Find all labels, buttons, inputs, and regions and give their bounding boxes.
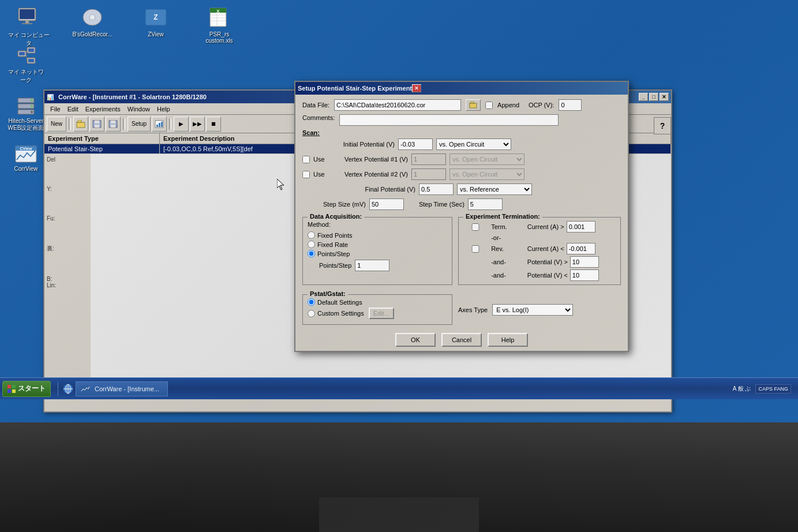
fixed-points-radio: Fixed Points: [308, 231, 447, 239]
svg-rect-45: [161, 122, 163, 127]
toolbar-arrow1[interactable]: ▶: [174, 117, 189, 132]
svg-rect-49: [12, 385, 16, 388]
final-potential-vs[interactable]: vs. Reference vs. Open Circuit: [457, 183, 532, 195]
toolbar-new[interactable]: New: [47, 117, 66, 132]
psr-rs-icon[interactable]: X PSR_rscustom.xls: [196, 6, 242, 44]
axes-type-row: Axes Type E vs. Log(I) E vs. I Log(I) vs…: [458, 292, 573, 327]
dialog-close-button[interactable]: ✕: [412, 84, 421, 92]
current-gt-input[interactable]: [567, 221, 595, 233]
current-lt-input[interactable]: [567, 243, 595, 254]
taskbar-corrware[interactable]: CorrWare - [Instrume...: [76, 381, 168, 396]
ocp-input[interactable]: [559, 99, 582, 111]
use-vertex1-checkbox[interactable]: [302, 156, 310, 163]
potential-lt-input[interactable]: [570, 269, 599, 281]
step-size-input[interactable]: [369, 198, 404, 210]
default-settings-radio: Default Settings: [308, 298, 447, 306]
minimize-button[interactable]: _: [639, 93, 648, 101]
toolbar-saveas[interactable]: +: [106, 117, 121, 132]
use-vertex2-checkbox[interactable]: [302, 171, 310, 178]
tray-text: A 般 ぶ: [733, 385, 751, 393]
toolbar-arrow3[interactable]: ⏹: [206, 117, 221, 132]
scan-section: Scan: Initial Potential (V) vs. Open Cir…: [302, 129, 621, 210]
setup-dialog-content: Data File: Append OCP (V): Comments: Sca…: [295, 95, 628, 351]
menu-experiments[interactable]: Experiments: [82, 104, 124, 114]
points-step-input[interactable]: [355, 260, 389, 271]
points-step-radio-input[interactable]: [308, 250, 315, 257]
my-computer-label: マイ コンピュータ: [6, 31, 52, 47]
step-time-input[interactable]: [468, 198, 503, 210]
b-lin-label: B:Lin:: [47, 276, 88, 289]
final-potential-input[interactable]: [419, 183, 454, 195]
svg-rect-51: [12, 389, 16, 393]
initial-potential-input[interactable]: [398, 138, 433, 150]
edit-button[interactable]: Edit...: [369, 308, 394, 319]
menu-file[interactable]: File: [47, 104, 64, 114]
vertex1-input[interactable]: [411, 153, 446, 165]
start-button[interactable]: スタート: [2, 381, 51, 397]
fixed-rate-radio-input[interactable]: [308, 241, 315, 248]
top-icon-row: マイ コンピュータ B'sGoldRecor... Z ZView: [6, 6, 792, 47]
ok-button[interactable]: OK: [395, 333, 436, 347]
zview-icon[interactable]: Z ZView: [133, 6, 179, 38]
zview-app-icon: Z: [142, 6, 170, 29]
append-label: Append: [497, 102, 519, 108]
and-label: -and-: [491, 258, 524, 265]
axes-type-select[interactable]: E vs. Log(I) E vs. I Log(I) vs. E: [492, 304, 573, 316]
method-row: Method:: [308, 221, 447, 228]
hitech-server-icon[interactable]: Hitech-ServerWEB設定画面: [6, 96, 46, 132]
setup-dialog-title: Setup Potential Stair-Step Experiment: [298, 85, 412, 92]
svg-rect-46: [470, 103, 477, 108]
vertex2-vs[interactable]: vs. Open Circuit: [449, 168, 524, 180]
potential-gt-label: Potential (V) >: [527, 258, 568, 265]
rev-checkbox[interactable]: [463, 245, 488, 253]
default-settings-radio-input[interactable]: [308, 298, 315, 306]
hitech-server-label: Hitech-ServerWEB設定画面: [8, 118, 44, 132]
bsgold-icon[interactable]: B'sGoldRecor...: [69, 6, 115, 38]
dialog-titlebar-buttons: ✕: [412, 84, 421, 92]
help-button[interactable]: Help: [488, 333, 528, 347]
my-computer-icon[interactable]: マイ コンピュータ: [6, 6, 52, 47]
help-button-side[interactable]: ?: [654, 117, 671, 134]
toolbar-arrow2[interactable]: ▶▶: [190, 117, 205, 132]
potential-gt-input[interactable]: [570, 256, 599, 268]
svg-text:+: +: [117, 124, 118, 128]
svg-rect-3: [22, 23, 32, 24]
setup-dialog: Setup Potential Stair-Step Experiment ✕ …: [294, 81, 629, 352]
cancel-button[interactable]: Cancel: [441, 333, 482, 347]
menu-edit[interactable]: Edit: [64, 104, 82, 114]
toolbar-chart[interactable]: [152, 117, 167, 132]
toolbar-save[interactable]: [89, 117, 104, 132]
svg-text:Z: Z: [153, 13, 158, 21]
vertex1-vs[interactable]: vs. Open Circuit: [449, 153, 524, 165]
browse-button[interactable]: [466, 99, 481, 111]
svg-rect-37: [95, 121, 99, 123]
corrview-icon[interactable]: CView CorrView: [6, 144, 46, 172]
fixed-points-label: Fixed Points: [317, 232, 353, 239]
use-vertex2-label: Use: [313, 171, 329, 178]
data-file-input[interactable]: [334, 99, 461, 111]
fixed-rate-radio: Fixed Rate: [308, 241, 447, 248]
maximize-button[interactable]: □: [649, 93, 658, 101]
my-network-icon[interactable]: マイ ネットワーク: [6, 46, 46, 84]
vertex1-row: Use Vertex Potential #1 (V) vs. Open Cir…: [302, 153, 621, 165]
menu-window[interactable]: Window: [124, 104, 153, 114]
term-label: Term.: [491, 223, 524, 230]
append-checkbox[interactable]: [485, 102, 493, 109]
close-button[interactable]: ✕: [660, 93, 669, 101]
menu-help[interactable]: Help: [153, 104, 174, 114]
vertex1-label: Vertex Potential #1 (V): [333, 156, 408, 163]
points-step-radio: Points/Step: [308, 250, 447, 257]
svg-rect-36: [95, 125, 99, 128]
term-checkbox[interactable]: [463, 223, 488, 231]
data-file-row: Data File: Append OCP (V):: [302, 99, 621, 111]
initial-potential-vs[interactable]: vs. Open Circuit vs. Reference: [436, 138, 511, 150]
toolbar-setup[interactable]: Setup: [128, 117, 151, 132]
taskbar-ie[interactable]: [61, 382, 76, 396]
step-row: Step Size (mV) Step Time (Sec): [302, 198, 621, 210]
default-settings-label: Default Settings: [317, 299, 362, 306]
comments-input[interactable]: [339, 114, 559, 126]
fixed-points-radio-input[interactable]: [308, 231, 315, 239]
vertex2-input[interactable]: [411, 168, 446, 180]
toolbar-open[interactable]: [73, 117, 88, 132]
custom-settings-radio-input[interactable]: [308, 310, 315, 317]
